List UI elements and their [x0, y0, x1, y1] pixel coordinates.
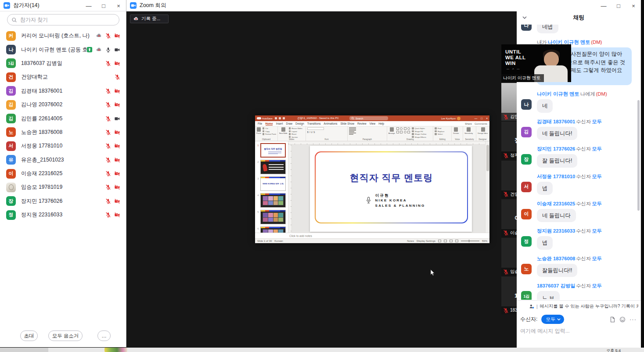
ribbon-tab-design[interactable]: Design — [295, 122, 304, 125]
invite-button[interactable]: 초대 — [20, 330, 38, 341]
ribbon-button-replace[interactable]: Replace — [435, 130, 444, 133]
current-slide[interactable]: 현직자 직무 멘토링 이규현 NIKE KOREA SALES & PLANNI… — [310, 146, 472, 232]
participant-row[interactable]: 김김경태 18376001 — [0, 84, 126, 98]
ribbon-button-paste[interactable]: Paste — [256, 127, 261, 134]
participant-row[interactable]: 이이승재 22316025 — [0, 167, 126, 180]
slide-thumbnail-4[interactable]: 4 — [256, 193, 287, 208]
chat-message[interactable]: 나이키 이규현 멘토나에게(DM)나네 — [521, 91, 632, 112]
ribbon-button-cut[interactable]: Cut — [263, 127, 276, 129]
participant-row[interactable]: 유유은총_21501023 — [0, 153, 126, 167]
ppt-user[interactable]: Lee KyuHyun — [441, 117, 461, 120]
ribbon-tab-animations[interactable]: Animations — [324, 122, 337, 125]
chat-message[interactable]: 이승재 22316025수신자모두이네 들립니다 — [521, 201, 632, 222]
ribbon-button-shape-effects[interactable]: Shape Effects — [412, 136, 426, 138]
chat-privacy-note[interactable]: | 메시지를 볼 수 있는 사람은 누구입니까? 기록이 켜져 — [517, 303, 641, 309]
recording-indicator[interactable]: 기록 중... — [130, 14, 169, 23]
chevron-down-icon[interactable] — [522, 16, 527, 19]
save-icon[interactable] — [275, 117, 277, 119]
mute-all-button[interactable]: 모두 음소거 — [48, 330, 83, 341]
minimize-button[interactable]: — — [81, 0, 96, 11]
ribbon-tab-home[interactable]: Home — [265, 122, 273, 125]
participant-search-input[interactable] — [20, 17, 108, 23]
ribbon-tab-file[interactable]: File — [258, 122, 262, 125]
display-settings-button[interactable]: Display Settings — [417, 240, 435, 242]
chat-more-icon[interactable]: ··· — [630, 316, 637, 323]
slide-thumbnail-2[interactable]: 2 — [256, 160, 287, 174]
language-indicator[interactable]: Korean — [274, 240, 283, 242]
participant-row[interactable]: 임승모 19781019 — [0, 180, 126, 194]
font-style-u[interactable]: U — [311, 131, 313, 133]
chat-message[interactable]: 노승완 18376008수신자모두노잘들립니다!! — [521, 255, 632, 277]
font-style-s[interactable]: S — [313, 131, 315, 133]
participant-row[interactable]: 정정지원 22316033 — [0, 208, 126, 222]
chat-message[interactable]: 서정웅 17781010수신자모두서넵 — [521, 173, 632, 195]
maximize-button[interactable]: □ — [611, 0, 626, 11]
slide-thumbnail-1[interactable]: 1현직자 직무 멘토링 — [256, 143, 287, 158]
ribbon-button-design-ideas[interactable]: Design Ideas — [478, 127, 488, 134]
ribbon-tab-view[interactable]: View — [370, 122, 376, 125]
ribbon-button-shape-fill[interactable]: Shape Fill — [412, 130, 426, 133]
participant-row[interactable]: 김김민률 22614005 — [0, 111, 126, 125]
font-name-select[interactable] — [307, 127, 324, 130]
slide-thumbnail-3[interactable]: 3NIKE KOREA 직무 소개 — [256, 176, 287, 191]
ribbon-button-new-slide[interactable]: New Slide — [279, 127, 288, 134]
ribbon-tab-slide-show[interactable]: Slide Show — [340, 122, 354, 125]
redo-icon[interactable] — [283, 117, 285, 119]
autosave-toggle[interactable] — [257, 117, 261, 119]
chat-scrollbar[interactable] — [637, 100, 640, 211]
chat-message[interactable]: 장지민 17376026수신자모두장잘 들립니다! — [521, 146, 632, 167]
slide-thumbnail-5[interactable]: 5 — [256, 210, 287, 224]
send-to-dropdown[interactable]: 모두 — [541, 315, 564, 324]
chat-message[interactable]: 김경태 18376001수신자모두김네 들립니다! — [521, 119, 632, 140]
shape-gallery[interactable] — [396, 127, 411, 133]
ppt-maximize-button[interactable]: □ — [481, 117, 482, 120]
slide-sorter-view-icon[interactable] — [444, 240, 447, 242]
ribbon-button-dictate[interactable]: Dictate — [453, 127, 459, 134]
slide-scrollbar[interactable] — [485, 141, 489, 233]
slideshow-view-icon[interactable] — [455, 240, 458, 242]
font-style-i[interactable]: I — [309, 131, 310, 133]
ribbon-tab-transitions[interactable]: Transitions — [307, 122, 321, 125]
more-options-button[interactable]: … — [97, 330, 111, 341]
ribbon-button-layout[interactable]: Layout — [289, 130, 302, 133]
ribbon-button-reset[interactable]: Reset — [289, 133, 302, 135]
notes-toggle[interactable]: Notes — [407, 240, 414, 242]
ribbon-tab-review[interactable]: Review — [357, 122, 367, 125]
ribbon-button-find[interactable]: Find — [435, 127, 444, 129]
taskbar-weather-widget[interactable] — [104, 348, 127, 352]
participant-row[interactable]: 나나이키 이규현 멘토 (공동 호스트) — [0, 43, 126, 56]
ribbon-button-shape-outline[interactable]: Shape Outline — [412, 133, 426, 135]
ribbon-button-reuse-slides[interactable]: Reuse Slides — [289, 127, 302, 129]
zoom-percentage[interactable]: 59% — [482, 240, 487, 242]
undo-icon[interactable] — [279, 117, 281, 119]
minimize-button[interactable]: — — [596, 0, 611, 11]
ppt-comments-button[interactable]: Comments — [475, 122, 487, 125]
slide-thumbnail-6[interactable]: 6 — [256, 226, 287, 233]
chat-message-input[interactable] — [520, 328, 630, 334]
participant-row[interactable]: 1김18376037 김병일 — [0, 57, 126, 70]
maximize-button[interactable]: □ — [96, 0, 111, 11]
participant-row[interactable]: 장장지민 17376026 — [0, 194, 126, 208]
ribbon-button-section[interactable]: Section — [289, 136, 302, 138]
participant-row[interactable]: 건건양대학교 — [0, 70, 126, 84]
chat-message[interactable]: 나네넵 — [521, 25, 632, 33]
normal-view-icon[interactable] — [438, 240, 441, 242]
close-button[interactable]: × — [111, 0, 126, 11]
ribbon-button-select[interactable]: Select — [435, 133, 444, 135]
participant-row[interactable]: 서서정웅 17781010 — [0, 139, 126, 153]
chat-message[interactable]: 18376037 김병일수신자모두1김ㄴ ㅂ넵 — [521, 283, 632, 300]
paragraph-controls[interactable] — [349, 127, 356, 135]
reading-view-icon[interactable] — [450, 240, 453, 242]
ribbon-button-format-painter[interactable]: Format Painter — [263, 133, 276, 135]
notes-pane[interactable]: Click to add notes — [255, 233, 489, 238]
participant-row[interactable]: 노노승완 18376008 — [0, 126, 126, 139]
chat-message[interactable]: 정지원 22316033수신자모두정넵 — [521, 228, 632, 249]
ribbon-button-arrange[interactable]: Arrange — [389, 127, 395, 134]
ribbon-button-sensitivity[interactable]: Sensitivity — [464, 127, 473, 134]
ppt-minimize-button[interactable]: — — [475, 117, 478, 120]
ribbon-tab-insert[interactable]: Insert — [276, 122, 283, 125]
close-button[interactable]: × — [626, 0, 641, 11]
zoom-slider[interactable] — [461, 241, 479, 241]
ribbon-button-copy[interactable]: Copy — [263, 130, 276, 133]
ppt-share-button[interactable]: Share — [465, 122, 472, 125]
